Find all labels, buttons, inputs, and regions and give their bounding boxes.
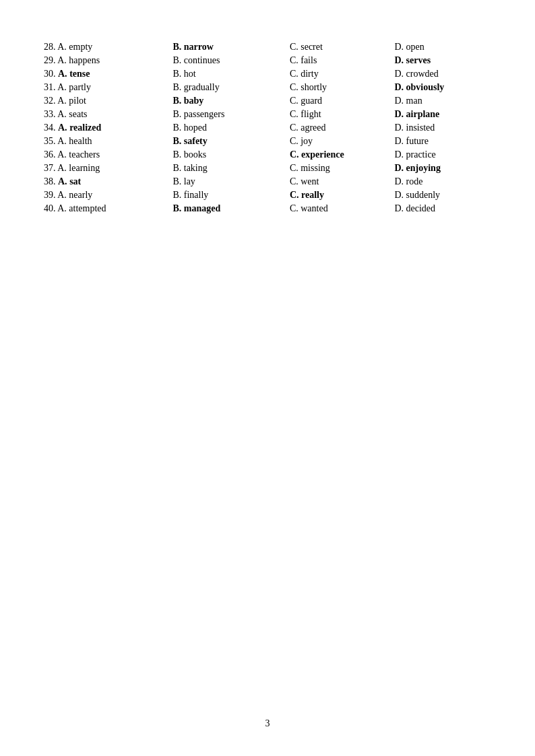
col-c: C. fails xyxy=(290,54,395,67)
col-c: C. wanted xyxy=(290,202,395,215)
col-b: B. narrow xyxy=(172,40,289,54)
col-b: B. continues xyxy=(172,54,289,67)
table-row: 37. A. learningB. takingC. missingD. enj… xyxy=(44,162,491,175)
col-b: B. hot xyxy=(172,67,289,81)
table-row: 31. A. partlyB. graduallyC. shortlyD. ob… xyxy=(44,81,491,94)
col-a: 37. A. learning xyxy=(44,162,172,175)
col-b: B. hoped xyxy=(172,121,289,135)
col-d: D. man xyxy=(394,94,491,108)
col-d: D. open xyxy=(394,40,491,54)
col-b: B. books xyxy=(172,148,289,162)
page-number: 3 xyxy=(265,718,270,729)
col-b: B. passengers xyxy=(172,108,289,121)
col-d: D. suddenly xyxy=(394,188,491,202)
col-b: B. gradually xyxy=(172,81,289,94)
col-c: C. shortly xyxy=(290,81,395,94)
col-c: C. flight xyxy=(290,108,395,121)
col-b: B. managed xyxy=(172,202,289,215)
col-c: C. dirty xyxy=(290,67,395,81)
col-c: C. really xyxy=(290,188,395,202)
col-a: 28. A. empty xyxy=(44,40,172,54)
col-a: 38. A. sat xyxy=(44,175,172,188)
table-row: 38. A. satB. layC. wentD. rode xyxy=(44,175,491,188)
col-a: 30. A. tense xyxy=(44,67,172,81)
table-row: 35. A. healthB. safetyC. joyD. future xyxy=(44,135,491,148)
table-row: 40. A. attemptedB. managedC. wantedD. de… xyxy=(44,202,491,215)
table-row: 34. A. realizedB. hopedC. agreedD. insis… xyxy=(44,121,491,135)
table-row: 32. A. pilotB. babyC. guardD. man xyxy=(44,94,491,108)
col-c: C. missing xyxy=(290,162,395,175)
col-d: D. decided xyxy=(394,202,491,215)
col-c: C. agreed xyxy=(290,121,395,135)
col-b: B. finally xyxy=(172,188,289,202)
col-a: 32. A. pilot xyxy=(44,94,172,108)
col-c: C. joy xyxy=(290,135,395,148)
col-c: C. experience xyxy=(290,148,395,162)
col-a: 31. A. partly xyxy=(44,81,172,94)
col-b: B. safety xyxy=(172,135,289,148)
table-row: 28. A. emptyB. narrowC. secretD. open xyxy=(44,40,491,54)
col-a: 33. A. seats xyxy=(44,108,172,121)
table-row: 30. A. tenseB. hotC. dirtyD. crowded xyxy=(44,67,491,81)
col-d: D. insisted xyxy=(394,121,491,135)
col-d: D. enjoying xyxy=(394,162,491,175)
table-row: 33. A. seatsB. passengersC. flightD. air… xyxy=(44,108,491,121)
table-row: 36. A. teachersB. booksC. experienceD. p… xyxy=(44,148,491,162)
question-table: 28. A. emptyB. narrowC. secretD. open29.… xyxy=(44,40,491,215)
col-a: 34. A. realized xyxy=(44,121,172,135)
col-d: D. serves xyxy=(394,54,491,67)
col-d: D. rode xyxy=(394,175,491,188)
col-a: 40. A. attempted xyxy=(44,202,172,215)
table-row: 29. A. happensB. continuesC. failsD. ser… xyxy=(44,54,491,67)
col-c: C. secret xyxy=(290,40,395,54)
table-row: 39. A. nearlyB. finallyC. reallyD. sudde… xyxy=(44,188,491,202)
col-b: B. baby xyxy=(172,94,289,108)
col-a: 29. A. happens xyxy=(44,54,172,67)
col-b: B. taking xyxy=(172,162,289,175)
col-c: C. guard xyxy=(290,94,395,108)
col-d: D. future xyxy=(394,135,491,148)
col-a: 39. A. nearly xyxy=(44,188,172,202)
col-d: D. obviously xyxy=(394,81,491,94)
col-d: D. airplane xyxy=(394,108,491,121)
col-a: 36. A. teachers xyxy=(44,148,172,162)
page: 28. A. emptyB. narrowC. secretD. open29.… xyxy=(0,0,535,756)
col-d: D. crowded xyxy=(394,67,491,81)
col-d: D. practice xyxy=(394,148,491,162)
col-b: B. lay xyxy=(172,175,289,188)
col-c: C. went xyxy=(290,175,395,188)
col-a: 35. A. health xyxy=(44,135,172,148)
